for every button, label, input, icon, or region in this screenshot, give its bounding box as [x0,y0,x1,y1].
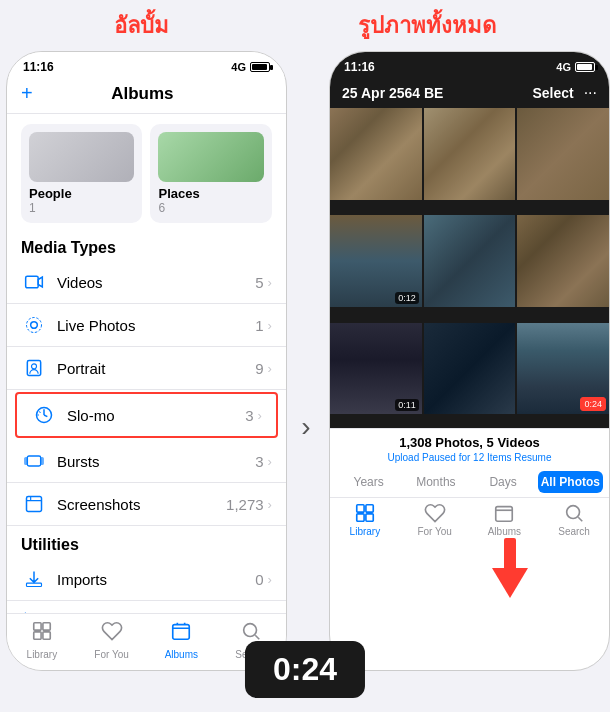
places-label: Places [158,186,263,201]
photo-cell-2[interactable] [424,108,516,200]
tab-foryou-label: For You [94,649,128,660]
photo-cell-9[interactable]: 0:24 [517,323,609,415]
right-time: 11:16 [344,60,375,74]
right-tab-bar: Library For You Albums Search [330,497,609,545]
view-tab-months[interactable]: Months [403,471,468,493]
info-bar: 1,308 Photos, 5 Videos Upload Paused for… [330,428,609,467]
resume-link[interactable]: Resume [514,452,551,463]
people-places-section: People 1 Places 6 [7,114,286,229]
arrow-container: › [287,147,325,707]
import-icon [21,566,47,592]
album-scroll[interactable]: People 1 Places 6 Media Types Videos 5 › [7,114,286,613]
red-arrow-container [488,538,532,602]
albums-title: Albums [33,84,252,104]
livephotos-count: 1 [255,317,263,334]
slomo-label: Slo-mo [67,407,245,424]
svg-marker-31 [492,568,528,598]
svg-point-3 [27,318,42,333]
people-label: People [29,186,134,201]
videos-count: 5 [255,274,263,291]
signal-text: 4G [231,61,246,73]
photo-cell-1[interactable] [330,108,422,200]
list-item-imports[interactable]: Imports 0 › [7,558,286,601]
slomo-count: 3 [245,407,253,424]
svg-rect-13 [41,458,44,465]
view-tab-days[interactable]: Days [471,471,536,493]
library-icon [31,620,53,647]
list-item-videos[interactable]: Videos 5 › [7,261,286,304]
svg-rect-18 [43,623,50,630]
svg-rect-12 [25,458,28,465]
svg-rect-20 [43,632,50,639]
tab-library[interactable]: Library [7,620,77,660]
battery-icon [250,62,270,72]
svg-rect-25 [366,505,373,512]
right-tab-library[interactable]: Library [330,502,400,537]
svg-rect-24 [357,505,364,512]
list-item-bursts[interactable]: Bursts 3 › [7,440,286,483]
livephoto-icon [21,312,47,338]
svg-rect-14 [27,497,42,512]
svg-rect-26 [357,514,364,521]
screenshot-icon [21,491,47,517]
big-duration-badge: 0:24 [245,641,365,698]
photo-cell-5[interactable] [424,215,516,307]
svg-rect-17 [34,623,41,630]
places-item[interactable]: Places 6 [150,124,271,223]
add-album-button[interactable]: + [21,82,33,105]
right-status-bar: 11:16 4G [330,52,609,78]
portrait-icon [21,355,47,381]
tab-albums[interactable]: Albums [146,620,216,660]
screenshots-count: 1,273 [226,496,264,513]
burst-icon [21,448,47,474]
people-item[interactable]: People 1 [21,124,142,223]
view-tabs: Years Months Days All Photos [330,467,609,497]
right-tab-foryou[interactable]: For You [400,502,470,537]
imports-label: Imports [57,571,255,588]
tab-foryou[interactable]: For You [77,620,147,660]
photo-cell-7[interactable]: 0:11 [330,323,422,415]
upload-text: Upload Paused for 12 Items [388,452,512,463]
portrait-label: Portrait [57,360,255,377]
right-signal: 4G [556,61,571,73]
photo-cell-8[interactable] [424,323,516,415]
right-tab-albums[interactable]: Albums [470,502,540,537]
list-item-portrait[interactable]: Portrait 9 › [7,347,286,390]
duration-badge-2: 0:11 [395,399,419,411]
thai-label-allphotos: รูปภาพทั้งหมด [358,8,496,43]
people-thumb [29,132,134,182]
list-item-hidden[interactable]: Hidden 0 › [7,601,286,613]
right-tab-search-label: Search [558,526,590,537]
view-tab-years[interactable]: Years [336,471,401,493]
tab-library-label: Library [27,649,58,660]
photo-cell-3[interactable] [517,108,609,200]
photo-cell-6[interactable] [517,215,609,307]
list-item-screenshots[interactable]: Screenshots 1,273 › [7,483,286,526]
slomo-icon [31,402,57,428]
svg-rect-15 [27,583,42,586]
right-battery-icon [575,62,595,72]
select-button[interactable]: Select [532,85,573,101]
livephotos-label: Live Photos [57,317,255,334]
svg-rect-21 [173,625,190,640]
right-tab-search[interactable]: Search [539,502,609,537]
places-thumb [158,132,263,182]
imports-count: 0 [255,571,263,588]
svg-marker-1 [38,277,42,287]
duration-badge-3: 0:24 [580,397,606,411]
svg-rect-0 [26,276,39,288]
list-item-livephotos[interactable]: Live Photos 1 › [7,304,286,347]
media-types-title: Media Types [7,229,286,261]
videos-label: Videos [57,274,255,291]
photo-cell-4[interactable]: 0:12 [330,215,422,307]
view-tab-allphotos[interactable]: All Photos [538,471,603,493]
right-arrow-icon: › [301,411,310,443]
right-tab-albums-label: Albums [488,526,521,537]
svg-point-22 [244,624,257,637]
more-button[interactable]: ··· [584,84,597,102]
thai-label-albums: อัลบั้ม [114,8,169,43]
svg-line-9 [39,412,41,413]
list-item-slomo[interactable]: Slo-mo 3 › [15,392,278,438]
left-time: 11:16 [23,60,54,74]
album-header: + Albums [7,78,286,114]
